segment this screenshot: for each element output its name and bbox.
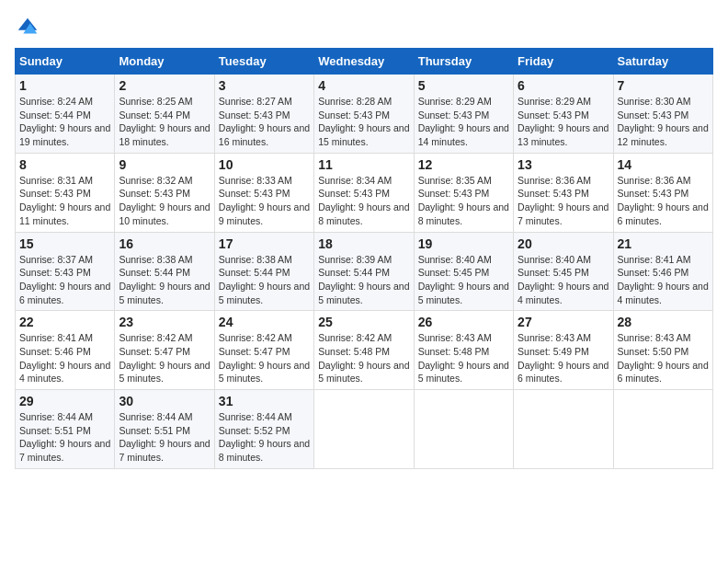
day-info: Sunrise: 8:40 AM Sunset: 5:45 PM Dayligh…: [518, 253, 609, 307]
day-number: 8: [19, 157, 110, 172]
day-number: 17: [219, 236, 310, 251]
weekday-header: Wednesday: [314, 49, 414, 75]
day-info: Sunrise: 8:36 AM Sunset: 5:43 PM Dayligh…: [618, 174, 709, 228]
day-info: Sunrise: 8:38 AM Sunset: 5:44 PM Dayligh…: [219, 253, 310, 307]
day-info: Sunrise: 8:32 AM Sunset: 5:43 PM Dayligh…: [119, 174, 210, 228]
calendar-cell: 20 Sunrise: 8:40 AM Sunset: 5:45 PM Dayl…: [514, 232, 613, 311]
day-number: 27: [518, 315, 609, 329]
day-number: 26: [418, 315, 509, 329]
day-info: Sunrise: 8:39 AM Sunset: 5:44 PM Dayligh…: [318, 253, 409, 307]
calendar-cell: 9 Sunrise: 8:32 AM Sunset: 5:43 PM Dayli…: [115, 153, 214, 232]
day-number: 10: [219, 157, 310, 172]
day-number: 22: [19, 315, 110, 329]
day-number: 14: [618, 157, 709, 172]
day-number: 28: [618, 315, 709, 329]
calendar-cell: 30 Sunrise: 8:44 AM Sunset: 5:51 PM Dayl…: [115, 390, 214, 469]
day-number: 2: [119, 78, 210, 93]
day-info: Sunrise: 8:29 AM Sunset: 5:43 PM Dayligh…: [518, 95, 609, 149]
day-info: Sunrise: 8:33 AM Sunset: 5:43 PM Dayligh…: [219, 174, 310, 228]
calendar-week-row: 22 Sunrise: 8:41 AM Sunset: 5:46 PM Dayl…: [16, 311, 713, 390]
calendar-cell: 1 Sunrise: 8:24 AM Sunset: 5:44 PM Dayli…: [16, 75, 115, 154]
day-info: Sunrise: 8:43 AM Sunset: 5:50 PM Dayligh…: [618, 331, 709, 385]
day-info: Sunrise: 8:44 AM Sunset: 5:51 PM Dayligh…: [19, 410, 110, 465]
header: [15, 15, 713, 40]
calendar-cell: 24 Sunrise: 8:42 AM Sunset: 5:47 PM Dayl…: [214, 311, 313, 390]
calendar-cell: 14 Sunrise: 8:36 AM Sunset: 5:43 PM Dayl…: [613, 153, 712, 232]
day-info: Sunrise: 8:43 AM Sunset: 5:48 PM Dayligh…: [418, 331, 509, 385]
day-info: Sunrise: 8:25 AM Sunset: 5:44 PM Dayligh…: [119, 95, 210, 149]
calendar-cell: 2 Sunrise: 8:25 AM Sunset: 5:44 PM Dayli…: [115, 75, 214, 154]
day-number: 13: [518, 157, 609, 172]
day-info: Sunrise: 8:24 AM Sunset: 5:44 PM Dayligh…: [19, 95, 110, 149]
day-info: Sunrise: 8:37 AM Sunset: 5:43 PM Dayligh…: [19, 253, 110, 307]
day-info: Sunrise: 8:42 AM Sunset: 5:48 PM Dayligh…: [318, 331, 409, 385]
calendar-cell: 12 Sunrise: 8:35 AM Sunset: 5:43 PM Dayl…: [414, 153, 513, 232]
calendar-cell: 18 Sunrise: 8:39 AM Sunset: 5:44 PM Dayl…: [314, 232, 414, 311]
day-number: 23: [119, 315, 210, 329]
day-number: 7: [618, 78, 709, 93]
calendar-cell: [514, 390, 613, 469]
day-info: Sunrise: 8:28 AM Sunset: 5:43 PM Dayligh…: [318, 95, 409, 149]
day-info: Sunrise: 8:43 AM Sunset: 5:49 PM Dayligh…: [518, 331, 609, 385]
day-number: 11: [318, 157, 409, 172]
day-number: 5: [418, 78, 509, 93]
calendar-cell: 26 Sunrise: 8:43 AM Sunset: 5:48 PM Dayl…: [414, 311, 513, 390]
weekday-header: Thursday: [414, 49, 513, 75]
calendar-cell: 23 Sunrise: 8:42 AM Sunset: 5:47 PM Dayl…: [115, 311, 214, 390]
weekday-header-row: SundayMondayTuesdayWednesdayThursdayFrid…: [16, 49, 713, 75]
calendar-cell: 3 Sunrise: 8:27 AM Sunset: 5:43 PM Dayli…: [214, 75, 313, 154]
calendar-week-row: 15 Sunrise: 8:37 AM Sunset: 5:43 PM Dayl…: [16, 232, 713, 311]
day-info: Sunrise: 8:31 AM Sunset: 5:43 PM Dayligh…: [19, 174, 110, 228]
calendar-cell: [314, 390, 414, 469]
logo: [15, 15, 44, 40]
calendar-cell: 17 Sunrise: 8:38 AM Sunset: 5:44 PM Dayl…: [214, 232, 313, 311]
day-number: 1: [19, 78, 110, 93]
day-number: 3: [219, 78, 310, 93]
calendar-cell: 19 Sunrise: 8:40 AM Sunset: 5:45 PM Dayl…: [414, 232, 513, 311]
calendar-cell: 29 Sunrise: 8:44 AM Sunset: 5:51 PM Dayl…: [16, 390, 115, 469]
calendar-cell: 8 Sunrise: 8:31 AM Sunset: 5:43 PM Dayli…: [16, 153, 115, 232]
day-info: Sunrise: 8:34 AM Sunset: 5:43 PM Dayligh…: [318, 174, 409, 228]
day-number: 29: [19, 394, 110, 408]
calendar-cell: 10 Sunrise: 8:33 AM Sunset: 5:43 PM Dayl…: [214, 153, 313, 232]
day-number: 20: [518, 236, 609, 251]
day-number: 25: [318, 315, 409, 329]
calendar-cell: 16 Sunrise: 8:38 AM Sunset: 5:44 PM Dayl…: [115, 232, 214, 311]
day-info: Sunrise: 8:29 AM Sunset: 5:43 PM Dayligh…: [418, 95, 509, 149]
day-number: 30: [119, 394, 210, 408]
day-info: Sunrise: 8:27 AM Sunset: 5:43 PM Dayligh…: [219, 95, 310, 149]
day-number: 21: [618, 236, 709, 251]
weekday-header: Sunday: [16, 49, 115, 75]
day-info: Sunrise: 8:38 AM Sunset: 5:44 PM Dayligh…: [119, 253, 210, 307]
day-info: Sunrise: 8:30 AM Sunset: 5:43 PM Dayligh…: [618, 95, 709, 149]
calendar-cell: 31 Sunrise: 8:44 AM Sunset: 5:52 PM Dayl…: [214, 390, 313, 469]
weekday-header: Saturday: [613, 49, 712, 75]
day-info: Sunrise: 8:44 AM Sunset: 5:52 PM Dayligh…: [219, 410, 310, 465]
calendar-week-row: 1 Sunrise: 8:24 AM Sunset: 5:44 PM Dayli…: [16, 75, 713, 154]
calendar-cell: 4 Sunrise: 8:28 AM Sunset: 5:43 PM Dayli…: [314, 75, 414, 154]
day-info: Sunrise: 8:42 AM Sunset: 5:47 PM Dayligh…: [119, 331, 210, 385]
day-number: 18: [318, 236, 409, 251]
day-info: Sunrise: 8:44 AM Sunset: 5:51 PM Dayligh…: [119, 410, 210, 465]
day-number: 19: [418, 236, 509, 251]
weekday-header: Monday: [115, 49, 214, 75]
day-info: Sunrise: 8:36 AM Sunset: 5:43 PM Dayligh…: [518, 174, 609, 228]
day-number: 24: [219, 315, 310, 329]
weekday-header: Friday: [514, 49, 613, 75]
calendar-cell: 11 Sunrise: 8:34 AM Sunset: 5:43 PM Dayl…: [314, 153, 414, 232]
calendar-cell: 22 Sunrise: 8:41 AM Sunset: 5:46 PM Dayl…: [16, 311, 115, 390]
calendar-cell: 5 Sunrise: 8:29 AM Sunset: 5:43 PM Dayli…: [414, 75, 513, 154]
logo-icon: [15, 15, 40, 40]
day-number: 6: [518, 78, 609, 93]
calendar-cell: 21 Sunrise: 8:41 AM Sunset: 5:46 PM Dayl…: [613, 232, 712, 311]
day-info: Sunrise: 8:35 AM Sunset: 5:43 PM Dayligh…: [418, 174, 509, 228]
calendar-cell: 13 Sunrise: 8:36 AM Sunset: 5:43 PM Dayl…: [514, 153, 613, 232]
calendar-cell: 6 Sunrise: 8:29 AM Sunset: 5:43 PM Dayli…: [514, 75, 613, 154]
day-info: Sunrise: 8:42 AM Sunset: 5:47 PM Dayligh…: [219, 331, 310, 385]
day-number: 31: [219, 394, 310, 408]
day-info: Sunrise: 8:40 AM Sunset: 5:45 PM Dayligh…: [418, 253, 509, 307]
day-number: 4: [318, 78, 409, 93]
weekday-header: Tuesday: [214, 49, 313, 75]
calendar-week-row: 29 Sunrise: 8:44 AM Sunset: 5:51 PM Dayl…: [16, 390, 713, 469]
calendar-cell: [613, 390, 712, 469]
